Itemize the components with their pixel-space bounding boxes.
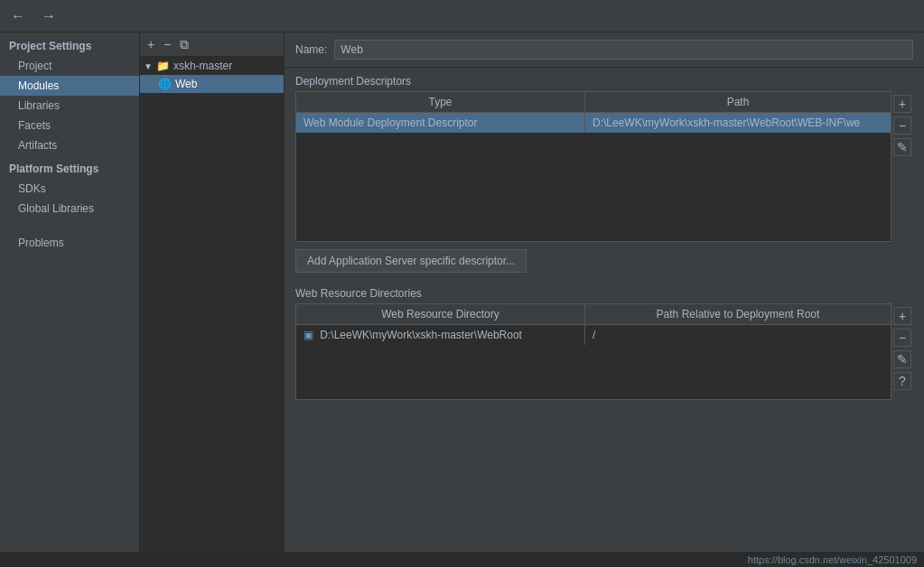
tree-item-label: xskh-master: [173, 60, 232, 72]
web-resource-dirs-section: Web Resource Directories Web Resource Di…: [285, 280, 924, 552]
deployment-row-path: D:\LeeWK\myWork\xskh-master\WebRoot\WEB-…: [585, 113, 891, 133]
url-text: https://blog.csdn.net/weixin_42501009: [748, 554, 917, 565]
sidebar-item-project[interactable]: Project: [0, 56, 139, 76]
name-row: Name:: [285, 33, 924, 68]
tree-item-web[interactable]: 🌐 Web: [140, 75, 284, 93]
deployment-remove-btn[interactable]: −: [893, 116, 911, 135]
deployment-table-area: Type Path Web Module Deployment Descript…: [295, 91, 913, 242]
sidebar-item-facets[interactable]: Facets: [0, 116, 139, 135]
module-tree-toolbar: + − ⧉: [140, 33, 284, 57]
forward-button[interactable]: →: [38, 7, 60, 25]
tree-child-label: Web: [175, 78, 197, 90]
deployment-table-row[interactable]: Web Module Deployment Descriptor D:\LeeW…: [296, 113, 891, 133]
url-bar: https://blog.csdn.net/weixin_42501009: [0, 552, 924, 567]
wrd-edit-btn[interactable]: ✎: [893, 350, 911, 368]
project-settings-heading: Project Settings: [0, 33, 139, 56]
module-tree: + − ⧉ ▼ 📁 xskh-master 🌐 Web: [140, 33, 285, 552]
platform-settings-heading: Platform Settings: [0, 155, 139, 179]
folder-icon: 📁: [156, 60, 170, 72]
deployment-table: Type Path Web Module Deployment Descript…: [295, 91, 891, 242]
deployment-table-header: Type Path: [296, 92, 891, 113]
wrd-folder-icon: ▣: [303, 329, 313, 341]
content-pane: Name: Deployment Descriptors Type Path W…: [285, 33, 924, 552]
tree-item-xskh-master[interactable]: ▼ 📁 xskh-master: [140, 57, 284, 75]
col-path-header: Path: [585, 92, 891, 112]
deployment-row-type: Web Module Deployment Descriptor: [296, 113, 585, 133]
back-button[interactable]: ←: [7, 7, 29, 25]
wrd-table-row[interactable]: ▣ D:\LeeWK\myWork\xskh-master\WebRoot /: [296, 325, 891, 345]
sidebar-item-sdks[interactable]: SDKs: [0, 179, 139, 199]
module-copy-button[interactable]: ⧉: [178, 36, 191, 52]
toolbar: ← →: [0, 0, 924, 33]
deployment-table-empty: [296, 133, 891, 241]
main-layout: Project Settings Project Modules Librari…: [0, 33, 924, 552]
wrd-help-btn[interactable]: ?: [893, 372, 911, 390]
sidebar-item-artifacts[interactable]: Artifacts: [0, 135, 139, 155]
deployment-action-btns: + − ✎: [891, 91, 913, 242]
deployment-descriptors-section: Deployment Descriptors Type Path Web Mod…: [285, 68, 924, 280]
wrd-table: Web Resource Directory Path Relative to …: [295, 303, 891, 400]
col-type-header: Type: [296, 92, 585, 112]
module-remove-button[interactable]: −: [162, 36, 173, 52]
web-resource-dirs-label: Web Resource Directories: [285, 280, 924, 303]
name-input[interactable]: [334, 40, 913, 60]
deployment-add-btn[interactable]: +: [893, 95, 911, 113]
tree-arrow-icon: ▼: [144, 61, 153, 71]
wrd-row-deployment-path: /: [585, 325, 891, 345]
wrd-table-area: Web Resource Directory Path Relative to …: [295, 303, 913, 400]
sidebar: Project Settings Project Modules Librari…: [0, 33, 140, 552]
name-label: Name:: [295, 43, 327, 56]
col-deployment-path-header: Path Relative to Deployment Root: [585, 304, 891, 324]
deployment-descriptors-label: Deployment Descriptors: [285, 68, 924, 91]
web-folder-icon: 🌐: [158, 78, 172, 90]
sidebar-item-global-libraries[interactable]: Global Libraries: [0, 199, 139, 218]
wrd-remove-btn[interactable]: −: [893, 329, 911, 347]
col-web-resource-header: Web Resource Directory: [296, 304, 585, 324]
sidebar-item-problems[interactable]: Problems: [0, 233, 139, 253]
sidebar-item-libraries[interactable]: Libraries: [0, 96, 139, 116]
sidebar-item-modules[interactable]: Modules: [0, 76, 139, 96]
wrd-row-web-resource: ▣ D:\LeeWK\myWork\xskh-master\WebRoot: [296, 325, 585, 345]
wrd-table-header: Web Resource Directory Path Relative to …: [296, 304, 891, 325]
wrd-table-empty: [296, 345, 891, 399]
wrd-add-btn[interactable]: +: [893, 307, 911, 325]
module-add-button[interactable]: +: [145, 36, 156, 52]
wrd-action-btns: + − ✎ ?: [891, 303, 913, 400]
deployment-edit-btn[interactable]: ✎: [893, 138, 911, 156]
add-descriptor-button[interactable]: Add Application Server specific descript…: [295, 249, 527, 273]
